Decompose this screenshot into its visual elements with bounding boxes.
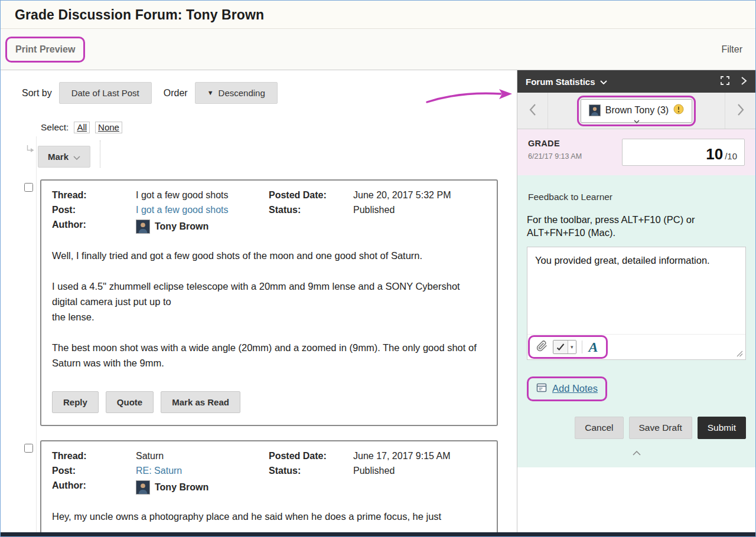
editor-toolbar: ▾ A: [527, 334, 745, 359]
order-button[interactable]: ▼ Descending: [195, 82, 278, 104]
post-label: Post:: [52, 205, 136, 215]
add-notes-row: Add Notes: [527, 376, 746, 401]
order-value: Descending: [219, 88, 265, 98]
student-selector-button[interactable]: Brown Tony (3): [581, 99, 692, 123]
select-all-link[interactable]: All: [74, 122, 90, 133]
thread-label: Thread:: [52, 451, 136, 461]
posted-date-value: June 20, 2017 5:32 PM: [353, 190, 486, 201]
editor-resize-handle[interactable]: [737, 351, 743, 357]
posted-date-label: Posted Date:: [269, 451, 353, 461]
spellcheck-icon: [553, 340, 568, 353]
chevron-down-icon: [634, 120, 640, 123]
posted-date-value: June 17, 2017 9:15 AM: [353, 451, 486, 461]
forum-statistics-header: Forum Statistics: [517, 70, 755, 93]
content: Sort by Date of Last Post Order ▼ Descen…: [1, 70, 755, 536]
text-editor-icon[interactable]: A: [588, 340, 599, 354]
select-label: Select:: [41, 122, 69, 133]
submit-button[interactable]: Submit: [698, 417, 746, 439]
thread-value: I got a few good shots: [136, 190, 269, 201]
post-label: Post:: [52, 466, 136, 476]
select-none-link[interactable]: None: [95, 122, 122, 133]
post-card: Thread: Saturn Posted Date: June 17, 201…: [40, 440, 498, 537]
mark-label: Mark: [48, 152, 69, 162]
sort-by-button[interactable]: Date of Last Post: [59, 82, 152, 104]
order-label: Order: [164, 88, 188, 99]
spellcheck-button[interactable]: ▾: [553, 340, 576, 354]
post-actions: Reply Quote Mark as Read: [52, 391, 486, 413]
author-label: Author:: [52, 480, 136, 495]
mark-row: Mark: [25, 140, 517, 168]
annotation-arrow: [425, 86, 513, 109]
student-navigation: Brown Tony (3): [517, 93, 755, 129]
post-select-checkbox[interactable]: [24, 183, 33, 192]
status-value: Published: [353, 205, 486, 215]
feedback-text-area[interactable]: You provided great, detailed information…: [527, 247, 745, 274]
sort-row: Sort by Date of Last Post Order ▼ Descen…: [22, 82, 517, 104]
select-row: Select: All None: [41, 122, 517, 133]
grade-discussion-page: Grade Discussion Forum: Tony Brown Print…: [0, 0, 756, 537]
panel-header-icons: [720, 76, 747, 87]
editor-toolbar-hint: For the toolbar, press ALT+F10 (PC) or A…: [527, 214, 746, 240]
post-meta: Thread: Saturn Posted Date: June 17, 201…: [52, 451, 486, 495]
post-meta: Thread: I got a few good shots Posted Da…: [52, 190, 486, 234]
posted-date-label: Posted Date:: [269, 190, 353, 201]
student-center: Brown Tony (3): [548, 93, 725, 129]
status-value: Published: [353, 466, 486, 476]
grade-label: GRADE: [528, 139, 622, 148]
attach-file-button[interactable]: [536, 340, 548, 353]
title-bar: Grade Discussion Forum: Tony Brown: [1, 1, 755, 29]
cancel-button[interactable]: Cancel: [575, 417, 623, 439]
quote-button[interactable]: Quote: [106, 391, 154, 413]
post-body: Hey, my uncle owns a photography place a…: [52, 509, 486, 524]
expand-panel-button[interactable]: [720, 76, 730, 87]
author-label: Author:: [52, 220, 136, 234]
descending-icon: ▼: [207, 90, 214, 96]
student-avatar: [589, 104, 601, 116]
previous-student-button[interactable]: [517, 93, 548, 129]
grade-section: GRADE 6/21/17 9:13 AM /10: [517, 129, 755, 175]
toolbar-separator: [582, 340, 582, 353]
panel-filler: [517, 467, 755, 536]
mark-as-read-button[interactable]: Mark as Read: [161, 391, 240, 413]
next-student-button[interactable]: [725, 93, 755, 129]
author-cell: Tony Brown: [136, 480, 486, 495]
feedback-editor: You provided great, detailed information…: [527, 247, 746, 360]
post-card: Thread: I got a few good shots Posted Da…: [40, 179, 498, 426]
action-bar: Print Preview Filter: [1, 29, 755, 70]
author-avatar: [136, 480, 150, 495]
post-row: Thread: Saturn Posted Date: June 17, 201…: [24, 440, 517, 537]
spellcheck-dropdown-arrow[interactable]: ▾: [568, 340, 576, 353]
author-avatar: [136, 220, 150, 234]
chevron-up-icon: [633, 448, 641, 457]
forum-statistics-toggle[interactable]: Forum Statistics: [526, 76, 607, 87]
collapse-panel-button[interactable]: [741, 76, 747, 87]
author-name: Tony Brown: [155, 221, 208, 232]
grading-panel: Forum Statistics: [517, 70, 755, 536]
save-draft-button[interactable]: Save Draft: [629, 417, 692, 439]
chevron-right-icon: [741, 76, 747, 87]
post-title-link[interactable]: RE: Saturn: [136, 466, 269, 476]
collapse-grading-button[interactable]: [629, 448, 644, 458]
forum-statistics-title: Forum Statistics: [526, 77, 595, 87]
reply-button[interactable]: Reply: [52, 391, 99, 413]
grade-out-of: /10: [725, 151, 737, 161]
filter-button[interactable]: Filter: [721, 44, 742, 55]
thread-value: Saturn: [136, 451, 269, 461]
sort-by-label: Sort by: [22, 88, 52, 99]
student-name: Brown Tony (3): [605, 105, 669, 116]
thread-label: Thread:: [52, 190, 136, 201]
grade-input[interactable]: [692, 145, 723, 163]
post-title-link[interactable]: I got a few good shots: [136, 205, 269, 215]
chevron-down-icon: [600, 76, 607, 87]
post-select-checkbox[interactable]: [24, 444, 33, 453]
post-body: Well, I finally tried and got a few good…: [52, 248, 486, 371]
add-notes-icon: [536, 382, 547, 395]
elbow-arrow-icon: [25, 145, 34, 157]
expand-icon: [720, 76, 730, 87]
print-preview-button[interactable]: Print Preview: [9, 40, 81, 59]
add-notes-link[interactable]: Add Notes: [552, 383, 598, 394]
page-title: Grade Discussion Forum: Tony Brown: [15, 7, 741, 23]
mark-button[interactable]: Mark: [38, 146, 90, 168]
grade-info: GRADE 6/21/17 9:13 AM: [528, 139, 622, 161]
feedback-buttons: Cancel Save Draft Submit: [527, 417, 746, 439]
